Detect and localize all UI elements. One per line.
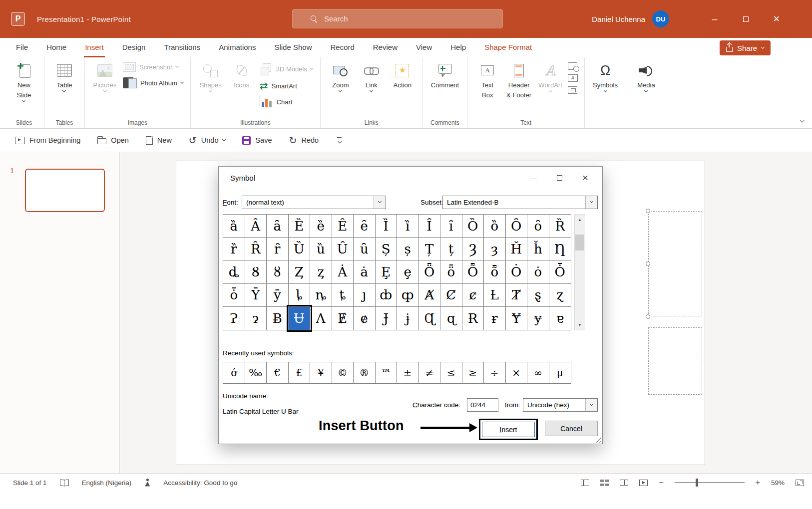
symbol-cell[interactable]: ȵ [310, 284, 332, 307]
accessibility-icon[interactable] [144, 479, 150, 487]
symbol-cell[interactable]: Ƞ [549, 238, 571, 260]
zoom-level[interactable]: 59% [771, 479, 785, 487]
screenshot-button[interactable]: Screenshot [120, 61, 186, 73]
avatar[interactable]: DU [652, 10, 669, 27]
recent-symbol-cell[interactable]: ‰ [245, 362, 267, 383]
symbol-cell[interactable]: Ʌ [310, 307, 332, 330]
resize-grip[interactable] [594, 436, 601, 443]
symbol-cell[interactable]: Ȭ [462, 260, 484, 283]
zoom-out-button[interactable]: − [659, 479, 663, 487]
smartart-button[interactable]: ⇄ SmartArt [257, 80, 316, 92]
zoom-in-button[interactable]: + [756, 479, 760, 487]
symbol-cell[interactable]: ȸ [376, 284, 398, 307]
insert-button[interactable]: Insert [482, 422, 535, 437]
open-button[interactable]: Open [97, 136, 128, 144]
recent-symbol-cell[interactable]: € [267, 362, 289, 383]
symbol-cell[interactable]: ȏ [527, 215, 549, 238]
scroll-up-button[interactable]: ▲ [575, 215, 585, 225]
symbol-cell[interactable]: Ɍ [462, 307, 484, 330]
symbol-cell[interactable]: ɇ [354, 307, 376, 330]
symbol-cell[interactable]: Ȯ [506, 260, 528, 283]
scrollbar-thumb[interactable] [575, 235, 584, 251]
reading-view-button[interactable] [620, 480, 628, 486]
symbol-grid-scrollbar[interactable]: ▲ ▼ [574, 214, 585, 330]
symbol-cell[interactable]: Ȥ [289, 260, 311, 283]
media-button[interactable]: Media [631, 58, 662, 92]
new-slide-button[interactable]: NewSlide [8, 58, 39, 102]
symbol-cell[interactable]: Ȧ [332, 260, 354, 283]
symbol-cell[interactable]: Ɉ [376, 307, 398, 330]
symbol-cell[interactable]: ȿ [527, 284, 549, 307]
text-placeholder[interactable] [648, 211, 702, 316]
tab-view[interactable]: View [415, 38, 433, 57]
symbol-cell[interactable]: ȩ [397, 260, 419, 283]
accessibility-status[interactable]: Accessibility: Good to go [163, 479, 237, 487]
dialog-maximize-button[interactable] [546, 167, 572, 189]
symbol-cell[interactable]: ȋ [440, 215, 462, 238]
zoom-slider-thumb[interactable] [696, 479, 698, 487]
symbol-cell[interactable]: Ȃ [245, 215, 267, 238]
symbol-cell[interactable]: Ȝ [462, 238, 484, 260]
symbol-cell[interactable]: ɐ [549, 307, 571, 330]
symbol-cell[interactable]: ɉ [397, 307, 419, 330]
symbol-cell[interactable]: ț [440, 238, 462, 260]
icons-button[interactable]: Icons [226, 58, 257, 90]
symbol-cell[interactable]: ȧ [354, 260, 376, 283]
symbol-cell[interactable]: Ɏ [506, 307, 528, 330]
resize-handle[interactable] [646, 261, 650, 266]
symbol-cell[interactable]: Ș [376, 238, 398, 260]
slide-number-button[interactable]: # [568, 74, 578, 82]
symbol-cell[interactable]: Ȟ [506, 238, 528, 260]
symbol-cell[interactable]: Ȍ [462, 215, 484, 238]
symbol-cell[interactable]: ȼ [462, 284, 484, 307]
symbol-cell[interactable]: ɀ [549, 284, 571, 307]
shapes-button[interactable]: Shapes [195, 58, 226, 92]
symbols-button[interactable]: Ω Symbols [589, 58, 621, 92]
symbol-cell[interactable]: ȇ [354, 215, 376, 238]
symbol-cell[interactable]: ɋ [440, 307, 462, 330]
symbol-cell[interactable]: ȉ [397, 215, 419, 238]
object-button[interactable] [568, 86, 577, 94]
tab-insert[interactable]: Insert [84, 38, 105, 57]
3d-models-button[interactable]: 3D Models [257, 61, 316, 76]
dialog-close-button[interactable]: × [572, 167, 598, 189]
dialog-minimize-button[interactable]: — [520, 167, 546, 189]
symbol-cell[interactable]: Ⱦ [506, 284, 528, 307]
fit-to-window-button[interactable] [796, 480, 804, 486]
comment-button[interactable]: Comment [427, 58, 462, 90]
slide-sorter-view-button[interactable] [600, 480, 609, 486]
tab-record[interactable]: Record [329, 38, 355, 57]
symbol-cell[interactable]: ɏ [527, 307, 549, 330]
search-input[interactable] [324, 14, 474, 23]
recent-symbol-cell[interactable]: × [506, 362, 528, 383]
symbol-cell[interactable]: Ȉ [376, 215, 398, 238]
close-button[interactable]: × [761, 8, 792, 30]
symbol-cell[interactable]: ȗ [354, 238, 376, 260]
recent-symbol-cell[interactable]: ¥ [310, 362, 332, 383]
wordart-button[interactable]: A WordArt [535, 58, 566, 92]
from-dropdown[interactable]: Unicode (hex) [523, 398, 598, 412]
minimize-button[interactable]: – [699, 8, 730, 30]
symbol-cell[interactable]: Ȩ [376, 260, 398, 283]
action-button[interactable]: ★ Action [387, 58, 418, 90]
recent-symbol-cell[interactable]: ÷ [484, 362, 506, 383]
text-box-button[interactable]: A TextBox [472, 58, 503, 100]
recent-symbol-cell[interactable]: ® [354, 362, 376, 383]
dropdown-button[interactable] [585, 196, 597, 209]
symbol-cell[interactable]: Ȇ [332, 215, 354, 238]
photo-album-button[interactable]: Photo Album [120, 76, 186, 89]
scroll-down-button[interactable]: ▼ [575, 320, 585, 330]
tab-animations[interactable]: Animations [218, 38, 257, 57]
symbol-cell[interactable]: ȭ [484, 260, 506, 283]
symbol-cell[interactable]: Ʉ [289, 307, 311, 330]
recent-symbol-cell[interactable]: ≥ [462, 362, 484, 383]
link-button[interactable]: Link [356, 58, 387, 92]
dropdown-button[interactable] [585, 399, 597, 411]
resize-handle[interactable] [646, 209, 650, 213]
symbol-cell[interactable]: ȷ [354, 284, 376, 307]
symbol-cell[interactable]: ȹ [397, 284, 419, 307]
symbol-cell[interactable]: Ƚ [484, 284, 506, 307]
chart-button[interactable]: Chart [257, 95, 316, 108]
zoom-button[interactable]: Zoom [325, 58, 356, 92]
header-footer-button[interactable]: Header& Footer [503, 58, 535, 100]
